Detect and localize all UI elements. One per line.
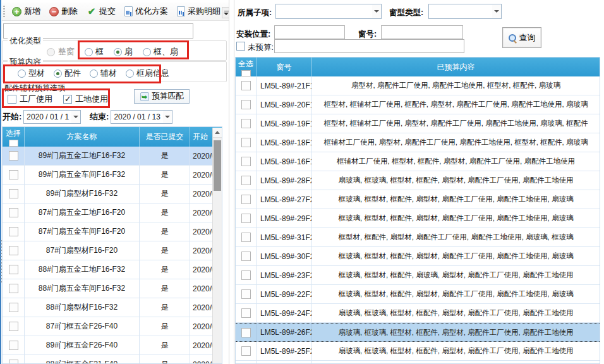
window-table-row[interactable]: LM5L-89#-16F15 框辅材工厂使用, 框型材, 框配件, 扇型材, 扇… xyxy=(236,152,600,171)
submitted-column-header[interactable]: 是否已提交 xyxy=(140,127,190,147)
window-table-row[interactable]: LM5L-89#-19F17 框型材, 框辅材工厂使用, 扇型材, 扇配件工厂使… xyxy=(236,114,600,133)
plan-table-row[interactable]: 88#门扇五金车间F16-F32 是 2020/0 xyxy=(3,279,222,298)
row-checkbox[interactable] xyxy=(9,303,18,312)
end-date-dropdown-button[interactable] xyxy=(163,111,172,123)
scroll-up-button[interactable] xyxy=(213,128,222,138)
row-checkbox[interactable] xyxy=(241,308,251,318)
window-table-row[interactable]: LM5L-89#-21F19 扇型材, 扇配件工厂使用, 扇配件工地使用, 框型… xyxy=(236,76,600,95)
toolbar-grip[interactable] xyxy=(3,6,5,18)
plan-name-column-header[interactable]: 方案名称 xyxy=(25,127,140,147)
budget-match-button[interactable]: 预算匹配 xyxy=(134,89,190,104)
row-checkbox[interactable] xyxy=(9,208,18,217)
window-table-row[interactable]: LM5L-89#-22F20 框玻璃, 框型材, 框配件, 扇型材, 扇配件工厂… xyxy=(236,285,600,304)
sub-item-dropdown-button[interactable] xyxy=(372,5,381,18)
window-table-row[interactable]: LM5L-89#-25F23 扇玻璃, 框玻璃, 框型材, 框配件, 扇型材, … xyxy=(236,342,600,361)
row-checkbox[interactable] xyxy=(9,341,18,350)
window-table-row[interactable]: LM5L-89#-30F28 框玻璃, 框型材, 框配件, 扇型材, 扇配件工厂… xyxy=(236,247,600,266)
row-checkbox[interactable] xyxy=(241,328,251,337)
row-checkbox[interactable] xyxy=(9,322,18,331)
plan-table-row[interactable]: 88#门框五金F21-F40 是 2020/0 xyxy=(3,355,222,364)
row-checkbox[interactable] xyxy=(9,189,18,198)
end-date-picker[interactable]: 2020 / 01 / 13 xyxy=(111,110,172,124)
chevron-down-icon xyxy=(224,13,229,15)
plan-table-row[interactable]: 87#门扇五金车间F16-F20 是 2020/0 xyxy=(3,222,222,241)
budgeted-content-column-header[interactable]: 已预算内容 xyxy=(312,58,600,76)
radio-auxiliary[interactable] xyxy=(90,70,98,78)
window-no-column-header[interactable]: 窗号 xyxy=(257,58,312,76)
window-type-dropdown[interactable] xyxy=(428,4,502,19)
row-checkbox[interactable] xyxy=(241,233,251,242)
radio-frame-sash-info[interactable] xyxy=(126,70,134,78)
window-table-row[interactable]: LM5L-89#-26F24 扇玻璃, 框玻璃, 框型材, 框配件, 扇型材, … xyxy=(236,323,600,342)
row-checkbox[interactable] xyxy=(9,227,18,236)
chevron-down-icon xyxy=(494,10,499,13)
sub-item-dropdown[interactable] xyxy=(275,4,382,19)
plan-table-row[interactable]: 89#门扇五金车间F16-F32 是 2020/0 xyxy=(3,166,222,185)
radio-accessory[interactable] xyxy=(54,70,62,78)
window-table-row[interactable]: LM5L-89#-18F16 框辅材工厂使用, 扇型材, 扇配件工厂使用, 扇配… xyxy=(236,133,600,152)
plan-table-row[interactable]: 89#门扇五金工地F16-F32 是 2020/0 xyxy=(3,147,222,166)
row-checkbox[interactable] xyxy=(9,265,18,274)
plan-table-row[interactable]: 89#门扇型材F16-F32 是 2020/0 xyxy=(3,185,222,203)
select-all-checkbox[interactable] xyxy=(9,140,18,147)
install-position-input[interactable] xyxy=(274,25,345,39)
plan-table-row[interactable]: 87#门扇五金工地F16-F20 是 2020/0 xyxy=(3,203,222,222)
plan-table-row[interactable]: 87#门扇型材F16-F20 是 2020/0 xyxy=(3,241,222,260)
row-checkbox[interactable] xyxy=(241,289,251,299)
plan-table-row[interactable]: 89#门框五金F26-F40 是 2020/0 xyxy=(3,336,222,355)
row-checkbox[interactable] xyxy=(241,157,251,166)
row-checkbox[interactable] xyxy=(241,214,251,223)
site-use-checkbox[interactable] xyxy=(63,95,72,104)
window-table-row[interactable]: LM5L-89#-23F21 框玻璃, 框型材, 框配件, 扇玻璃, 扇型材, … xyxy=(236,266,600,285)
delete-button[interactable]: 删除 xyxy=(45,4,82,18)
radio-frame-sash[interactable] xyxy=(143,48,151,56)
start-date-picker[interactable]: 2020 / 01 / 1 xyxy=(23,110,81,124)
radio-sash[interactable] xyxy=(114,48,122,56)
row-checkbox[interactable] xyxy=(9,246,18,255)
row-checkbox[interactable] xyxy=(241,138,251,147)
row-checkbox[interactable] xyxy=(241,252,251,261)
factory-use-checkbox[interactable] xyxy=(8,95,16,104)
window-no-cell: LM5L-89#-26F24 xyxy=(257,324,312,341)
not-budgeted-checkbox[interactable] xyxy=(236,42,245,51)
row-checkbox[interactable] xyxy=(9,170,18,179)
row-checkbox[interactable] xyxy=(241,100,251,109)
row-checkbox[interactable] xyxy=(9,151,18,161)
submit-button[interactable]: 提交 xyxy=(83,4,119,18)
row-select-cell xyxy=(3,222,25,241)
select-all-checkbox[interactable] xyxy=(241,70,251,76)
row-checkbox[interactable] xyxy=(9,284,18,293)
optimize-plan-button[interactable]: 优化方案 xyxy=(121,4,172,18)
row-checkbox[interactable] xyxy=(241,270,251,280)
window-table-row[interactable]: LM5L-89#-27F25 框玻璃, 框型材, 框配件, 扇型材, 扇配件工厂… xyxy=(236,190,600,209)
not-budgeted-input[interactable] xyxy=(274,39,464,53)
window-table-row[interactable]: LM5L-89#-31F29 框型材, 框配件, 扇型材, 扇配件工厂使用, 扇… xyxy=(236,228,600,247)
start-date-dropdown-button[interactable] xyxy=(71,111,80,123)
query-button[interactable]: 查询 xyxy=(502,27,541,48)
plan-table-scrollbar[interactable] xyxy=(212,128,222,364)
window-no-input[interactable] xyxy=(381,25,463,39)
window-table-row[interactable]: LM5L-89#-28F26 扇玻璃, 框玻璃, 框型材, 框配件, 扇型材, … xyxy=(236,171,600,190)
row-checkbox[interactable] xyxy=(241,176,251,185)
window-table-row[interactable]: LM5L-89#-20F18 框型材, 框辅材工厂使用, 框配件, 扇型材, 扇… xyxy=(236,95,600,114)
window-table-row[interactable]: LM5L-89#-29F27 框玻璃, 框型材, 框配件, 扇型材, 扇配件工厂… xyxy=(236,209,600,228)
plan-table-row[interactable]: 87#门框五金F26-F40 是 2020/0 xyxy=(3,317,222,336)
radio-frame[interactable] xyxy=(85,48,93,56)
scrollbar-thumb[interactable] xyxy=(214,140,221,191)
radio-frame-sash-info-label: 框扇信息 xyxy=(136,68,169,79)
row-checkbox[interactable] xyxy=(241,119,251,128)
plan-table-row[interactable]: 88#门扇五金工地F16-F32 是 2020/0 xyxy=(3,260,222,279)
end-date-label: 结束: xyxy=(90,111,109,123)
row-checkbox[interactable] xyxy=(9,360,18,364)
radio-profile[interactable] xyxy=(18,70,26,78)
plan-table-row[interactable]: 88#门扇型材F16-F32 是 2020/0 xyxy=(3,298,222,317)
row-checkbox[interactable] xyxy=(241,81,251,90)
add-button[interactable]: 新增 xyxy=(8,4,44,18)
end-date-value: 2020 / 01 / 13 xyxy=(111,112,162,121)
window-type-dropdown-button[interactable] xyxy=(492,5,501,18)
radio-whole-window[interactable] xyxy=(47,48,55,56)
window-table-row[interactable]: LM5L-89#-24F22 扇玻璃, 框玻璃, 框型材, 框配件, 扇型材, … xyxy=(236,304,600,323)
row-checkbox[interactable] xyxy=(241,195,251,204)
row-checkbox[interactable] xyxy=(241,346,251,356)
panel-divider[interactable] xyxy=(229,0,234,364)
